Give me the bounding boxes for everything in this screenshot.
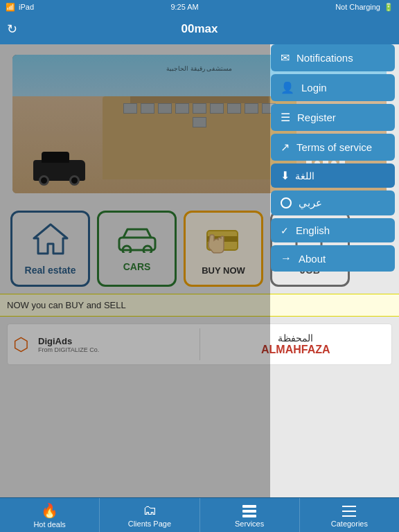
status-bar: 📶 iPad 9:25 AM Not Charging 🔋 — [0, 0, 399, 14]
almahfaza-arabic: المحفظة — [261, 332, 330, 344]
tab-hot-deals[interactable]: 🔥 Hot deals — [0, 498, 100, 532]
notifications-label: Notifications — [296, 52, 385, 64]
tab-services[interactable]: Services — [200, 498, 300, 532]
english-label: English — [296, 224, 330, 236]
login-icon: 👤 — [281, 81, 294, 94]
battery-label: Not Charging — [335, 3, 380, 11]
status-time: 9:25 AM — [170, 3, 198, 11]
english-check-icon: ✓ — [281, 225, 289, 236]
hot-deals-label: Hot deals — [33, 520, 65, 529]
categories-icon — [342, 502, 357, 518]
language-header[interactable]: ⬇ اللغة — [271, 163, 395, 188]
wifi-icon: 📶 — [6, 3, 15, 12]
hot-deals-icon: 🔥 — [41, 502, 58, 519]
terms-label: Terms of service — [296, 141, 385, 153]
language-english[interactable]: ✓ English — [271, 218, 395, 242]
terms-item[interactable]: ↗ Terms of service — [271, 134, 395, 161]
battery-icon: 🔋 — [384, 3, 393, 12]
refresh-button[interactable]: ↻ — [7, 21, 17, 37]
status-left: 📶 iPad — [6, 3, 34, 12]
clients-page-icon: 🗂 — [143, 502, 157, 518]
tab-bar: 🔥 Hot deals 🗂 Clients Page Services Cate… — [0, 497, 399, 532]
language-arabic[interactable]: عربي — [271, 190, 395, 215]
nav-title: 00max — [181, 22, 218, 36]
terms-icon: ↗ — [281, 141, 290, 154]
clients-page-label: Clients Page — [128, 520, 171, 528]
svg-rect-14 — [242, 515, 256, 517]
categories-label: Categories — [331, 520, 368, 528]
services-label: Services — [235, 520, 264, 528]
tab-clients-page[interactable]: 🗂 Clients Page — [100, 498, 200, 532]
svg-rect-12 — [242, 505, 256, 508]
svg-rect-13 — [242, 510, 256, 513]
notifications-icon: ✉ — [281, 51, 290, 64]
login-label: Login — [301, 82, 385, 94]
services-icon — [242, 502, 257, 518]
register-item[interactable]: ☰ Register — [271, 104, 395, 131]
status-right: Not Charging 🔋 — [335, 3, 393, 12]
arabic-radio — [281, 197, 292, 209]
about-icon: → — [281, 252, 292, 265]
about-item[interactable]: → About — [271, 245, 395, 272]
dim-overlay[interactable] — [0, 44, 270, 497]
device-label: iPad — [19, 3, 34, 11]
tab-categories[interactable]: Categories — [300, 498, 399, 532]
almahfaza-name: ALMAHFAZA — [261, 344, 330, 356]
nav-bar: ↻ 00max — [0, 14, 399, 44]
about-label: About — [299, 253, 385, 265]
register-icon: ☰ — [281, 111, 290, 124]
arabic-label: عربي — [299, 197, 322, 209]
language-header-text: اللغة — [295, 170, 314, 181]
register-label: Register — [297, 112, 385, 123]
language-header-icon: ⬇ — [281, 169, 290, 182]
overlay-panel: ✉ Notifications 👤 Login ☰ Register ↗ Ter… — [271, 44, 399, 274]
notifications-item[interactable]: ✉ Notifications — [271, 44, 395, 71]
login-item[interactable]: 👤 Login — [271, 74, 395, 101]
